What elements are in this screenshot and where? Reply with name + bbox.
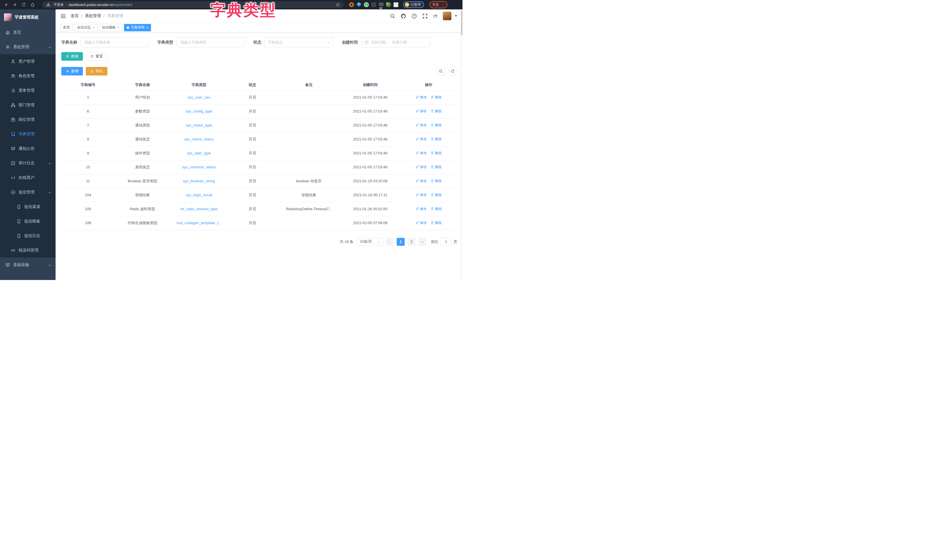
sidebar-item-10[interactable]: 在线用户 — [0, 170, 56, 185]
extension-list-icon[interactable]: on — [379, 2, 384, 7]
bookmark-star-icon[interactable] — [334, 2, 341, 8]
help-icon[interactable] — [411, 14, 417, 19]
tag-tab-0[interactable]: 首页 — [60, 24, 73, 31]
dict-type-link[interactable]: sys_oper_type — [170, 146, 228, 160]
edit-button[interactable]: 修改 — [416, 206, 426, 211]
refresh-button[interactable] — [448, 67, 457, 76]
extension-gem-icon[interactable] — [357, 2, 362, 7]
breadcrumb-system[interactable]: 系统管理 — [85, 14, 101, 18]
edit-button[interactable]: 修改 — [416, 151, 426, 155]
sidebar-item-0[interactable]: 首页 — [0, 25, 56, 39]
tag-tab-3[interactable]: 字典管理× — [124, 24, 151, 31]
tag-tab-1[interactable]: 短信日志× — [74, 24, 98, 31]
edit-button[interactable]: 修改 — [416, 137, 426, 142]
user-avatar[interactable] — [443, 12, 451, 20]
sidebar-item-2[interactable]: 用户管理 — [0, 54, 56, 69]
breadcrumb-home[interactable]: 首页 — [71, 14, 79, 18]
edit-button[interactable]: 修改 — [416, 165, 426, 170]
edit-button[interactable]: 修改 — [416, 179, 426, 184]
page-button-2[interactable]: 2 — [407, 238, 416, 246]
dict-type-link[interactable]: sys_notice_status — [170, 132, 228, 146]
address-bar[interactable]: 不安全 dashboard.yudao.iocoder.cn/system/di… — [42, 1, 343, 8]
dict-type-link[interactable]: sys_notice_type — [170, 118, 228, 132]
delete-button[interactable]: 删除 — [431, 109, 442, 114]
extension-donut-icon[interactable] — [349, 2, 354, 7]
sidebar-item-13[interactable]: 短信模板 — [0, 214, 56, 229]
goto-page-input[interactable] — [440, 238, 452, 246]
home-icon[interactable] — [29, 2, 36, 8]
delete-button[interactable]: 删除 — [431, 179, 442, 184]
browser-update-button[interactable]: 更新 ⋮ — [429, 1, 447, 8]
page-size-select[interactable]: 10条/页 — [357, 238, 383, 246]
sidebar-item-1[interactable]: 系统管理 — [0, 39, 56, 54]
show-search-button[interactable] — [436, 67, 445, 76]
date-range-picker[interactable]: 开始日期 - 结束日期 — [362, 37, 430, 47]
url-text[interactable]: dashboard.yudao.iocoder.cn/system/dict — [69, 3, 132, 7]
page-scrollbar[interactable] — [461, 9, 462, 280]
browser-profile-chip[interactable]: 已暂停 — [403, 2, 424, 8]
extension-leaf-icon[interactable] — [386, 2, 391, 7]
reload-icon[interactable] — [21, 2, 27, 8]
close-icon[interactable]: × — [146, 26, 148, 29]
extension-green-icon[interactable]: Z — [364, 2, 369, 7]
page-button-1[interactable]: 1 — [397, 238, 405, 246]
add-button[interactable]: 新增 — [61, 67, 83, 75]
close-icon[interactable]: × — [118, 26, 119, 29]
edit-button[interactable]: 修改 — [416, 193, 426, 197]
dict-type-input[interactable] — [177, 37, 244, 47]
dict-type-link[interactable]: inf_redis_timeout_type — [170, 202, 228, 216]
sidebar-item-14[interactable]: 短信日志 — [0, 229, 56, 243]
delete-button[interactable]: 删除 — [431, 151, 442, 155]
close-icon[interactable]: × — [93, 26, 95, 29]
font-size-icon[interactable]: TT — [433, 14, 437, 18]
sidebar-item-7[interactable]: 字典管理 — [0, 127, 56, 141]
delete-button[interactable]: 删除 — [431, 123, 442, 128]
extensions-puzzle-icon[interactable] — [393, 2, 398, 7]
extension-diamond-icon[interactable] — [371, 2, 376, 7]
sidebar-item-15[interactable]: 错误码管理 — [0, 243, 56, 257]
delete-button[interactable]: 删除 — [431, 220, 442, 225]
edit-button[interactable]: 修改 — [416, 123, 426, 128]
delete-button[interactable]: 删除 — [431, 95, 442, 100]
sidebar-item-16[interactable]: 基础设施 — [0, 257, 56, 272]
sidebar-item-4[interactable]: 菜单管理 — [0, 83, 56, 98]
sidebar-item-8[interactable]: 通知公告 — [0, 141, 56, 156]
dict-type-link[interactable]: sys_config_type — [170, 104, 228, 118]
status-select[interactable]: 字典状态 — [265, 37, 333, 47]
back-icon[interactable] — [3, 2, 9, 8]
dict-type-link[interactable]: sys_login_result — [170, 188, 228, 202]
browser-menu-icon[interactable]: ⋮ — [441, 3, 444, 6]
delete-button[interactable]: 删除 — [431, 137, 442, 142]
sidebar-item-12[interactable]: 短信渠道 — [0, 199, 56, 214]
security-label[interactable]: 不安全 — [54, 2, 64, 7]
edit-button[interactable]: 修改 — [416, 109, 426, 114]
reset-button[interactable]: 重置 — [86, 52, 107, 61]
edit-button[interactable]: 修改 — [416, 220, 426, 225]
delete-button[interactable]: 删除 — [431, 193, 442, 197]
dict-name-input[interactable] — [81, 37, 148, 47]
forward-icon[interactable] — [12, 2, 18, 8]
edit-button[interactable]: 修改 — [416, 95, 426, 100]
sidebar-item-6[interactable]: 岗位管理 — [0, 112, 56, 127]
sidebar-item-5[interactable]: 部门管理 — [0, 98, 56, 112]
sidebar-item-3[interactable]: 角色管理 — [0, 69, 56, 83]
tag-tab-2[interactable]: 短信模板× — [99, 24, 122, 31]
dict-type-link[interactable]: tool_codegen_template_t... — [170, 216, 228, 230]
dict-type-link[interactable]: sys_boolean_string — [170, 174, 228, 188]
scrollbar-thumb[interactable] — [461, 10, 462, 35]
sidebar-item-9[interactable]: 审计日志 — [0, 156, 56, 170]
dict-type-link[interactable]: sys_user_sex — [170, 90, 228, 104]
app-logo-row[interactable]: 芋道管理系统 — [0, 9, 56, 25]
export-button[interactable]: 导出 — [86, 67, 107, 75]
delete-button[interactable]: 删除 — [431, 165, 442, 170]
next-page-button[interactable]: › — [418, 238, 426, 246]
delete-button[interactable]: 删除 — [431, 206, 442, 211]
sidebar-item-11[interactable]: 短信管理 — [0, 185, 56, 199]
fullscreen-icon[interactable] — [422, 14, 428, 19]
dict-type-link[interactable]: sys_common_status — [170, 160, 228, 174]
prev-page-button[interactable]: ‹ — [386, 238, 394, 246]
avatar-caret-icon[interactable] — [455, 15, 457, 17]
github-icon[interactable] — [401, 14, 406, 19]
search-icon[interactable] — [390, 14, 395, 19]
sidebar-toggle-icon[interactable] — [61, 14, 66, 18]
